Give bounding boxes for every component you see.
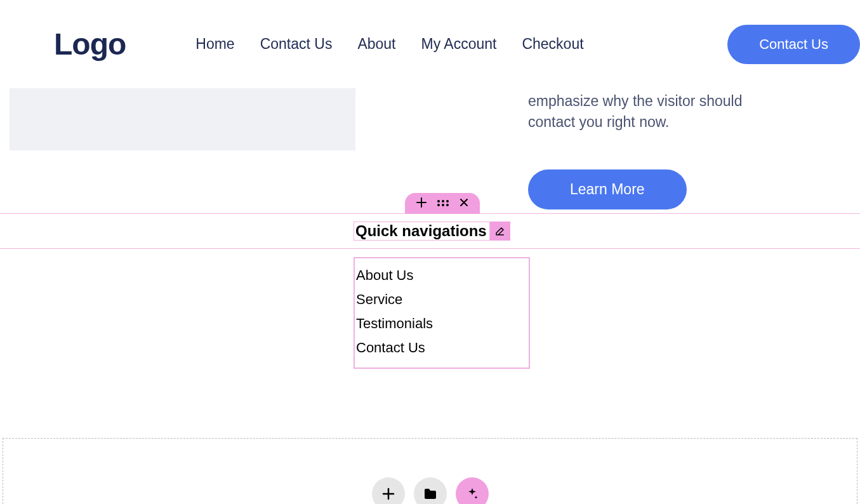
- svg-point-4: [442, 204, 444, 206]
- quick-nav-list[interactable]: About Us Service Testimonials Contact Us: [354, 257, 530, 369]
- add-block-button[interactable]: [372, 477, 405, 504]
- logo-text[interactable]: Logo: [54, 27, 126, 62]
- ai-assist-button[interactable]: [456, 477, 489, 504]
- element-toolbar: [405, 193, 480, 214]
- quick-nav-about-us[interactable]: About Us: [355, 263, 529, 288]
- primary-nav: Home Contact Us About My Account Checkou…: [195, 36, 727, 53]
- folder-icon: [424, 488, 437, 500]
- quick-nav-contact-us[interactable]: Contact Us: [355, 336, 529, 360]
- nav-contact-us[interactable]: Contact Us: [260, 36, 333, 53]
- nav-checkout[interactable]: Checkout: [522, 36, 583, 53]
- sparkle-icon: [466, 487, 479, 500]
- close-icon[interactable]: [460, 198, 468, 209]
- learn-more-button[interactable]: Learn More: [528, 169, 687, 209]
- bottom-toolbar: [372, 471, 489, 504]
- image-placeholder[interactable]: [10, 88, 355, 150]
- heading-text[interactable]: Quick navigations: [354, 222, 490, 241]
- contact-us-button[interactable]: Contact Us: [727, 25, 860, 64]
- drag-handle-icon[interactable]: [437, 198, 449, 209]
- hero-body-text[interactable]: emphasize why the visitor should contact…: [528, 91, 757, 133]
- site-header: Logo Home Contact Us About My Account Ch…: [0, 0, 860, 88]
- nav-about[interactable]: About: [357, 36, 395, 53]
- plus-icon: [382, 487, 395, 500]
- edit-icon[interactable]: [490, 222, 510, 241]
- svg-point-0: [437, 200, 440, 202]
- add-icon[interactable]: [416, 197, 427, 210]
- svg-point-3: [437, 204, 440, 206]
- svg-point-1: [442, 200, 444, 202]
- heading-element-selected[interactable]: Quick navigations: [354, 222, 510, 241]
- nav-my-account[interactable]: My Account: [421, 36, 497, 53]
- quick-nav-service[interactable]: Service: [355, 288, 529, 312]
- svg-point-2: [446, 200, 449, 202]
- svg-point-5: [446, 204, 449, 206]
- nav-home[interactable]: Home: [195, 36, 234, 53]
- library-button[interactable]: [414, 477, 447, 504]
- quick-nav-testimonials[interactable]: Testimonials: [355, 312, 529, 336]
